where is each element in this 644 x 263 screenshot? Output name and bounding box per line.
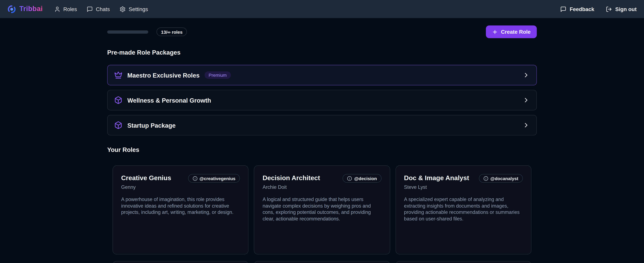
role-handle-badge[interactable]: @decision [343,174,382,183]
app-root: Tribbai Roles Chats [0,0,644,263]
info-icon [347,176,352,181]
card-header: Creative Genius Genny @creativegenius [121,174,240,190]
header-actions: Feedback Sign out [560,6,636,12]
package-row-maestro[interactable]: Maestro Exclusive Roles Premium [107,65,537,85]
role-description: A specialized expert capable of analyzin… [404,197,523,222]
role-subtitle: Steve Lyst [404,184,469,190]
card-header: Decision Architect Archie Doit @decision [262,174,382,190]
tribbai-logo-icon [8,5,16,13]
feedback-button[interactable]: Feedback [560,6,594,12]
role-cards-grid: Creative Genius Genny @creativegenius A … [107,165,537,255]
gear-icon [120,6,126,12]
info-icon [483,176,488,181]
main-content: 13/∞ roles Create Role Pre-made Role Pac… [107,25,537,263]
role-description: A powerhouse of imagination, this role p… [121,197,240,216]
sign-out-icon [606,6,612,12]
roles-toolbar: 13/∞ roles Create Role [107,25,537,38]
role-card-creative-genius[interactable]: Creative Genius Genny @creativegenius A … [112,165,248,255]
role-handle: @docanalyst [490,176,518,181]
nav-label: Settings [129,6,148,12]
brand-name: Tribbai [19,5,43,13]
packages-section-title: Pre-made Role Packages [107,49,537,56]
user-icon [54,6,60,12]
chevron-right-icon [522,96,530,104]
nav-label: Roles [63,6,77,12]
chevron-right-icon [522,71,530,79]
main-nav: Roles Chats Settings [54,6,148,12]
plus-icon [492,29,498,35]
role-subtitle: Archie Doit [262,184,320,190]
package-row-startup[interactable]: Startup Package [107,115,537,136]
roles-progress-bar [107,30,148,33]
role-subtitle: Genny [121,184,171,190]
brand[interactable]: Tribbai [8,5,43,13]
create-role-label: Create Role [501,29,531,35]
role-cards-grid-next-row [107,261,537,263]
role-description: A logical and structured guide that help… [262,197,382,222]
sign-out-button[interactable]: Sign out [606,6,636,12]
nav-item-chats[interactable]: Chats [87,6,110,12]
info-icon [192,176,198,181]
role-title: Decision Architect [262,174,320,182]
role-title: Doc & Image Analyst [404,174,469,182]
package-row-wellness[interactable]: Wellness & Personal Growth [107,90,537,110]
premium-badge: Premium [204,71,231,79]
package-icon [114,121,122,129]
role-handle: @decision [354,176,377,181]
nav-item-settings[interactable]: Settings [120,6,148,12]
roles-count-badge: 13/∞ roles [156,27,187,36]
role-card-decision-architect[interactable]: Decision Architect Archie Doit @decision… [254,165,390,255]
nav-item-roles[interactable]: Roles [54,6,77,12]
action-label: Sign out [615,6,636,12]
package-label: Wellness & Personal Growth [127,97,211,104]
role-handle-badge[interactable]: @docanalyst [479,174,523,183]
package-label: Maestro Exclusive Roles [127,72,200,78]
chevron-right-icon [522,122,530,129]
nav-label: Chats [96,6,110,12]
package-icon [114,96,122,104]
action-label: Feedback [570,6,594,12]
chat-icon [87,6,93,12]
role-card-doc-image-analyst[interactable]: Doc & Image Analyst Steve Lyst @docanaly… [396,165,532,255]
chat-icon [560,6,566,12]
card-header: Doc & Image Analyst Steve Lyst @docanaly… [404,174,523,190]
package-label: Startup Package [127,122,176,129]
role-handle: @creativegenius [200,176,236,181]
packages-list: Maestro Exclusive Roles Premium Wellness… [107,65,537,136]
role-title: Creative Genius [121,174,171,182]
role-handle-badge[interactable]: @creativegenius [188,174,240,183]
role-card[interactable] [254,261,390,263]
create-role-button[interactable]: Create Role [486,25,537,38]
top-nav-bar: Tribbai Roles Chats [0,0,644,18]
crown-icon [114,71,122,79]
role-card[interactable] [396,261,532,263]
your-roles-section-title: Your Roles [107,146,537,154]
role-card[interactable] [112,261,248,263]
